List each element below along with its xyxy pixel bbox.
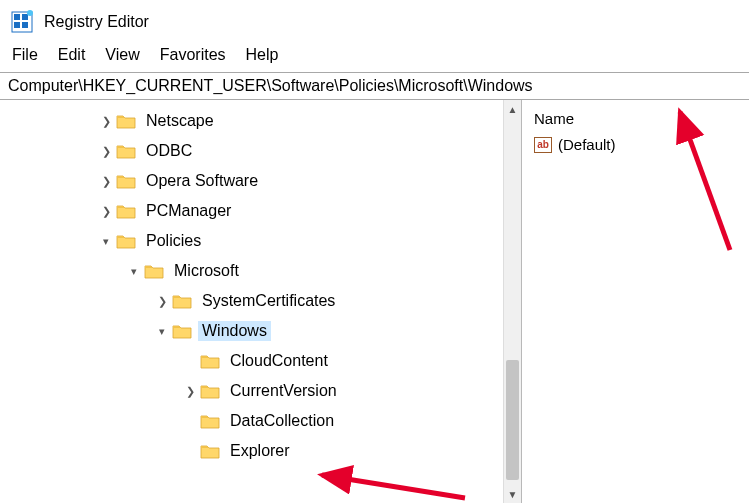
tree-pane: ❯Netscape❯ODBC❯Opera Software❯PCManager▾… (0, 100, 521, 503)
tree-item-label: CurrentVersion (226, 381, 341, 401)
chevron-right-icon[interactable]: ❯ (154, 295, 170, 308)
values-pane: Name ab(Default) (522, 100, 749, 503)
address-path: Computer\HKEY_CURRENT_USER\Software\Poli… (8, 77, 533, 95)
scroll-up-icon[interactable]: ▲ (504, 100, 521, 118)
tree-item[interactable]: ❯SystemCertificates (0, 286, 521, 316)
tree-item[interactable]: ▾Windows (0, 316, 521, 346)
chevron-down-icon[interactable]: ▾ (126, 265, 142, 278)
titlebar: Registry Editor (0, 0, 749, 44)
svg-rect-2 (22, 14, 28, 20)
tree-item-label: Opera Software (142, 171, 262, 191)
chevron-down-icon[interactable]: ▾ (98, 235, 114, 248)
folder-icon (144, 263, 164, 279)
value-name: (Default) (558, 136, 616, 153)
chevron-right-icon[interactable]: ❯ (98, 175, 114, 188)
menu-file[interactable]: File (4, 44, 46, 66)
menubar: File Edit View Favorites Help (0, 44, 749, 72)
tree-item-label: ODBC (142, 141, 196, 161)
expander-none: • (182, 415, 198, 427)
folder-icon (116, 203, 136, 219)
menu-view[interactable]: View (97, 44, 147, 66)
folder-icon (200, 353, 220, 369)
scroll-thumb[interactable] (506, 360, 519, 480)
tree-item-label: Policies (142, 231, 205, 251)
window-title: Registry Editor (44, 13, 149, 31)
folder-icon (200, 383, 220, 399)
svg-point-5 (27, 10, 33, 16)
tree-item[interactable]: •CloudContent (0, 346, 521, 376)
chevron-right-icon[interactable]: ❯ (98, 145, 114, 158)
tree-item[interactable]: ❯PCManager (0, 196, 521, 226)
tree-item[interactable]: •Explorer (0, 436, 521, 466)
folder-icon (200, 443, 220, 459)
chevron-right-icon[interactable]: ❯ (98, 115, 114, 128)
expander-none: • (182, 355, 198, 367)
folder-icon (200, 413, 220, 429)
column-header-name[interactable]: Name (532, 106, 739, 134)
folder-icon (172, 323, 192, 339)
tree-item[interactable]: ❯ODBC (0, 136, 521, 166)
tree-item-label: Windows (198, 321, 271, 341)
menu-help[interactable]: Help (238, 44, 287, 66)
folder-icon (116, 173, 136, 189)
string-value-icon: ab (534, 137, 552, 153)
regedit-icon (10, 10, 34, 34)
registry-tree[interactable]: ❯Netscape❯ODBC❯Opera Software❯PCManager▾… (0, 100, 521, 466)
expander-none: • (182, 445, 198, 457)
main-area: ❯Netscape❯ODBC❯Opera Software❯PCManager▾… (0, 100, 749, 503)
folder-icon (172, 293, 192, 309)
tree-item[interactable]: ❯CurrentVersion (0, 376, 521, 406)
tree-item-label: Explorer (226, 441, 294, 461)
folder-icon (116, 233, 136, 249)
svg-rect-3 (14, 22, 20, 28)
value-row[interactable]: ab(Default) (532, 134, 739, 155)
chevron-right-icon[interactable]: ❯ (182, 385, 198, 398)
tree-scrollbar[interactable]: ▲ ▼ (503, 100, 521, 503)
tree-item-label: Microsoft (170, 261, 243, 281)
folder-icon (116, 143, 136, 159)
svg-rect-1 (14, 14, 20, 20)
tree-item-label: Netscape (142, 111, 218, 131)
tree-item-label: PCManager (142, 201, 235, 221)
folder-icon (116, 113, 136, 129)
tree-item[interactable]: ❯Netscape (0, 106, 521, 136)
menu-edit[interactable]: Edit (50, 44, 94, 66)
tree-item[interactable]: ▾Microsoft (0, 256, 521, 286)
svg-rect-4 (22, 22, 28, 28)
tree-item-label: DataCollection (226, 411, 338, 431)
address-bar[interactable]: Computer\HKEY_CURRENT_USER\Software\Poli… (0, 72, 749, 100)
tree-item[interactable]: ❯Opera Software (0, 166, 521, 196)
tree-item-label: CloudContent (226, 351, 332, 371)
tree-item-label: SystemCertificates (198, 291, 339, 311)
tree-item[interactable]: •DataCollection (0, 406, 521, 436)
chevron-down-icon[interactable]: ▾ (154, 325, 170, 338)
tree-item[interactable]: ▾Policies (0, 226, 521, 256)
chevron-right-icon[interactable]: ❯ (98, 205, 114, 218)
scroll-down-icon[interactable]: ▼ (504, 485, 521, 503)
menu-favorites[interactable]: Favorites (152, 44, 234, 66)
